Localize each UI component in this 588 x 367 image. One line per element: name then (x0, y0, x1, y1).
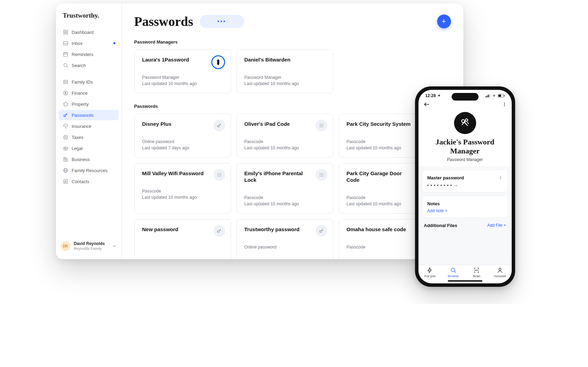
sidebar-item-legal[interactable]: Legal (59, 143, 119, 153)
password-card[interactable]: Trustworthy password Online password (237, 219, 333, 259)
sidebar-nav-secondary: Family IDs Finance Property Passwords In… (56, 77, 122, 187)
svg-point-56 (321, 176, 321, 177)
svg-point-51 (322, 173, 323, 174)
password-card[interactable]: Laura's 1Password Password Manager Last … (134, 49, 231, 93)
svg-point-52 (319, 175, 320, 175)
sidebar-item-label: Taxes (72, 135, 84, 140)
svg-point-42 (220, 173, 221, 174)
svg-rect-65 (498, 95, 501, 97)
svg-point-44 (219, 175, 219, 175)
svg-point-43 (217, 175, 218, 175)
sidebar-user[interactable]: DR David Reynolds Reynolds Family (56, 237, 122, 255)
phone-tab-account[interactable]: Account (488, 265, 512, 279)
sidebar-item-inbox[interactable]: Inbox (59, 38, 119, 48)
scale-icon (63, 145, 68, 151)
sidebar-item-label: Dashboard (72, 30, 94, 35)
master-password-label: Master password (427, 175, 464, 180)
card-title: Disney Plus (142, 121, 208, 128)
svg-point-45 (220, 175, 221, 175)
grid-dots-icon (316, 120, 327, 131)
svg-rect-21 (66, 159, 67, 161)
chevron-down-icon[interactable] (454, 184, 458, 188)
phone-notch (452, 93, 479, 101)
add-note-link[interactable]: Add note + (427, 208, 503, 213)
sidebar-item-family-ids[interactable]: Family IDs (59, 77, 119, 87)
sidebar-item-insurance[interactable]: Insurance (59, 121, 119, 131)
add-button[interactable]: + (437, 15, 451, 28)
sidebar-item-contacts[interactable]: Contacts (59, 176, 119, 187)
sidebar-item-passwords[interactable]: Passwords (59, 110, 119, 120)
battery-icon (498, 94, 505, 97)
master-password-card[interactable]: Master password • • • • • • • • (423, 170, 508, 192)
wifi-icon (492, 94, 497, 97)
contacts-icon (63, 179, 68, 184)
phone-tab-for-you[interactable]: For you (418, 265, 442, 279)
sidebar: Trustworthy. Dashboard Inbox Reminders S… (56, 3, 122, 259)
svg-rect-61 (486, 95, 487, 97)
svg-point-57 (322, 176, 323, 177)
kebab-menu-icon[interactable] (499, 175, 503, 180)
svg-rect-0 (64, 30, 65, 32)
page-title: Passwords (134, 14, 193, 29)
svg-point-74 (500, 177, 501, 178)
grid-dots-icon (213, 169, 225, 181)
user-icon (497, 267, 503, 273)
sidebar-item-property[interactable]: Property (59, 99, 119, 109)
card-title: Emily's iPhone Parental Lock (244, 170, 310, 184)
svg-point-11 (64, 81, 65, 82)
svg-rect-3 (66, 32, 68, 34)
password-card[interactable]: New password (134, 219, 231, 259)
password-card[interactable]: Daniel's Bitwarden Password Manager Last… (237, 49, 333, 93)
sidebar-item-taxes[interactable]: Taxes (59, 132, 119, 142)
password-card[interactable]: Emily's iPhone Parental Lock Passcode La… (237, 163, 333, 214)
sidebar-item-reminders[interactable]: Reminders (59, 49, 119, 59)
sidebar-item-label: Passwords (72, 113, 94, 118)
card-type: Online password (244, 244, 325, 250)
notes-card[interactable]: Notes Add note + (423, 196, 508, 217)
signal-icon (485, 94, 490, 97)
phone-time: 12:28 (425, 93, 436, 98)
password-card[interactable]: Mill Valley Wifi Password Passcode Last … (134, 163, 231, 214)
phone-item-subtitle: Password Manager (447, 157, 483, 162)
page-menu-pill[interactable]: ••• (200, 15, 244, 28)
sidebar-item-finance[interactable]: Finance (59, 88, 119, 98)
kebab-menu-icon[interactable] (502, 101, 507, 107)
sidebar-item-family-resources[interactable]: Family Resources (59, 165, 119, 176)
phone-mockup: 12:28 (415, 86, 515, 287)
svg-point-73 (500, 176, 501, 177)
scan-icon (473, 267, 480, 273)
password-card[interactable]: Disney Plus Online password Last updated… (134, 114, 231, 158)
card-updated: Last updated 10 months ago (244, 201, 325, 207)
svg-point-69 (504, 104, 504, 105)
password-card[interactable]: Oliver's iPad Code Passcode Last updated… (237, 114, 333, 158)
sidebar-item-label: Family Resources (72, 168, 108, 173)
card-title: Laura's 1Password (142, 57, 208, 63)
phone-tabbar: For you Browse Scan Account (418, 265, 512, 279)
sidebar-item-label: Inbox (72, 41, 83, 46)
svg-point-33 (322, 124, 323, 124)
main-content: Passwords ••• + Password Managers Laura'… (122, 3, 463, 259)
sidebar-item-dashboard[interactable]: Dashboard (59, 27, 119, 37)
add-file-link[interactable]: Add File + (487, 223, 506, 228)
sidebar-item-business[interactable]: Business (59, 154, 119, 164)
card-title: Omaha house safe code (347, 226, 412, 233)
avatar: DR (61, 241, 70, 251)
phone-tab-scan[interactable]: Scan (465, 265, 489, 279)
phone-tab-browse[interactable]: Browse (442, 265, 465, 279)
keys-icon (454, 112, 476, 134)
user-name: David Reynolds (74, 242, 105, 246)
sidebar-item-search[interactable]: Search (59, 60, 119, 70)
svg-point-75 (500, 179, 501, 179)
phone-tab-label: Browse (448, 274, 459, 278)
card-updated: Last updated 7 days ago (142, 145, 223, 151)
svg-rect-1 (66, 30, 68, 32)
svg-point-70 (504, 105, 504, 106)
onepassword-icon (211, 55, 225, 69)
svg-point-34 (319, 125, 320, 126)
back-button[interactable] (423, 101, 430, 108)
svg-point-29 (65, 180, 66, 181)
svg-point-79 (499, 268, 501, 270)
phone-item-title: Jackie's Password Manager (425, 138, 505, 156)
sidebar-nav-primary: Dashboard Inbox Reminders Search (56, 27, 122, 70)
svg-rect-63 (489, 94, 490, 97)
